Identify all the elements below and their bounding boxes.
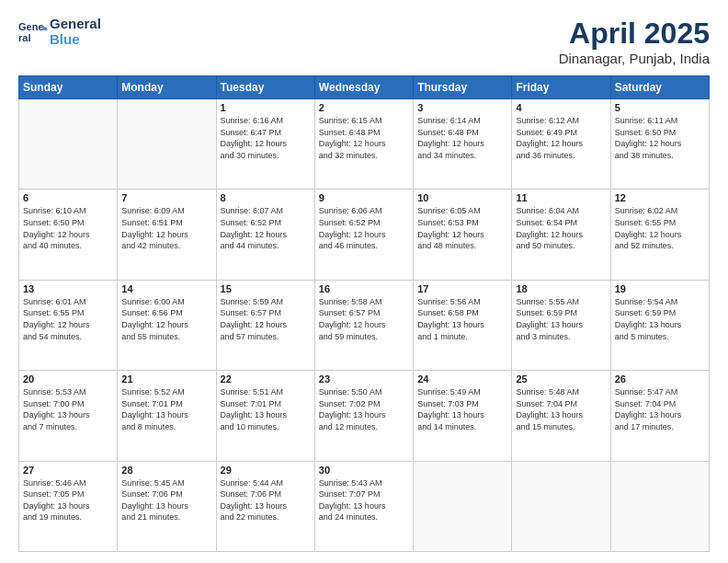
day-number: 3: [417, 102, 507, 113]
header-tuesday: Tuesday: [216, 76, 314, 99]
day-number: 20: [23, 373, 113, 385]
calendar-week-row: 27Sunrise: 5:46 AM Sunset: 7:05 PM Dayli…: [19, 461, 710, 551]
table-row: 8Sunrise: 6:07 AM Sunset: 6:52 PM Daylig…: [216, 190, 314, 280]
day-number: 7: [121, 192, 211, 203]
day-number: 14: [121, 283, 211, 294]
weekday-header-row: Sunday Monday Tuesday Wednesday Thursday…: [19, 76, 710, 99]
day-number: 22: [221, 373, 311, 385]
table-row: 17Sunrise: 5:56 AM Sunset: 6:58 PM Dayli…: [414, 280, 512, 370]
day-info: Sunrise: 6:00 AM Sunset: 6:56 PM Dayligh…: [121, 296, 211, 342]
day-info: Sunrise: 5:59 AM Sunset: 6:57 PM Dayligh…: [221, 296, 311, 342]
table-row: 2Sunrise: 6:15 AM Sunset: 6:48 PM Daylig…: [314, 99, 413, 190]
calendar-week-row: 6Sunrise: 6:10 AM Sunset: 6:50 PM Daylig…: [19, 190, 710, 280]
table-row: 11Sunrise: 6:04 AM Sunset: 6:54 PM Dayli…: [512, 190, 610, 280]
logo-line1: General: [50, 17, 101, 32]
day-info: Sunrise: 6:06 AM Sunset: 6:52 PM Dayligh…: [319, 205, 409, 251]
day-info: Sunrise: 5:43 AM Sunset: 7:07 PM Dayligh…: [319, 477, 409, 523]
table-row: 22Sunrise: 5:51 AM Sunset: 7:01 PM Dayli…: [216, 371, 314, 461]
title-block: April 2025 Dinanagar, Punjab, India: [559, 17, 710, 66]
day-info: Sunrise: 5:51 AM Sunset: 7:01 PM Dayligh…: [221, 386, 311, 432]
calendar-title: April 2025: [559, 17, 710, 51]
day-info: Sunrise: 5:49 AM Sunset: 7:03 PM Dayligh…: [417, 386, 507, 432]
day-info: Sunrise: 6:14 AM Sunset: 6:48 PM Dayligh…: [417, 115, 507, 161]
day-number: 15: [221, 283, 311, 294]
day-info: Sunrise: 5:55 AM Sunset: 6:59 PM Dayligh…: [516, 296, 606, 342]
day-info: Sunrise: 5:50 AM Sunset: 7:02 PM Dayligh…: [319, 386, 409, 432]
day-info: Sunrise: 5:53 AM Sunset: 7:00 PM Dayligh…: [23, 386, 113, 432]
table-row: 25Sunrise: 5:48 AM Sunset: 7:04 PM Dayli…: [512, 371, 610, 461]
table-row: [512, 461, 610, 551]
table-row: 1Sunrise: 6:16 AM Sunset: 6:47 PM Daylig…: [216, 99, 314, 190]
header-thursday: Thursday: [414, 76, 512, 99]
day-number: 24: [417, 373, 507, 385]
table-row: 30Sunrise: 5:43 AM Sunset: 7:07 PM Dayli…: [314, 461, 413, 551]
calendar-subtitle: Dinanagar, Punjab, India: [559, 51, 710, 66]
day-info: Sunrise: 6:11 AM Sunset: 6:50 PM Dayligh…: [615, 115, 705, 161]
svg-text:ral: ral: [18, 32, 30, 43]
day-number: 23: [319, 373, 409, 385]
table-row: 7Sunrise: 6:09 AM Sunset: 6:51 PM Daylig…: [118, 190, 216, 280]
table-row: [414, 461, 512, 551]
calendar-week-row: 20Sunrise: 5:53 AM Sunset: 7:00 PM Dayli…: [19, 371, 710, 461]
day-number: 19: [615, 283, 705, 294]
day-info: Sunrise: 6:16 AM Sunset: 6:47 PM Dayligh…: [221, 115, 311, 161]
day-info: Sunrise: 5:45 AM Sunset: 7:06 PM Dayligh…: [121, 477, 211, 523]
table-row: 4Sunrise: 6:12 AM Sunset: 6:49 PM Daylig…: [512, 99, 610, 190]
day-info: Sunrise: 5:52 AM Sunset: 7:01 PM Dayligh…: [121, 386, 211, 432]
table-row: 19Sunrise: 5:54 AM Sunset: 6:59 PM Dayli…: [610, 280, 709, 370]
header-monday: Monday: [118, 76, 216, 99]
day-info: Sunrise: 6:10 AM Sunset: 6:50 PM Dayligh…: [23, 205, 113, 251]
table-row: 5Sunrise: 6:11 AM Sunset: 6:50 PM Daylig…: [610, 99, 709, 190]
table-row: 10Sunrise: 6:05 AM Sunset: 6:53 PM Dayli…: [414, 190, 512, 280]
table-row: 26Sunrise: 5:47 AM Sunset: 7:04 PM Dayli…: [610, 371, 709, 461]
calendar-table: Sunday Monday Tuesday Wednesday Thursday…: [18, 75, 710, 552]
day-info: Sunrise: 6:02 AM Sunset: 6:55 PM Dayligh…: [615, 205, 705, 251]
day-info: Sunrise: 5:47 AM Sunset: 7:04 PM Dayligh…: [615, 386, 705, 432]
header-saturday: Saturday: [610, 76, 709, 99]
header-sunday: Sunday: [19, 76, 118, 99]
calendar-week-row: 13Sunrise: 6:01 AM Sunset: 6:55 PM Dayli…: [19, 280, 710, 370]
table-row: 16Sunrise: 5:58 AM Sunset: 6:57 PM Dayli…: [314, 280, 413, 370]
table-row: 29Sunrise: 5:44 AM Sunset: 7:06 PM Dayli…: [216, 461, 314, 551]
day-number: 6: [23, 192, 113, 203]
day-info: Sunrise: 6:15 AM Sunset: 6:48 PM Dayligh…: [319, 115, 409, 161]
day-info: Sunrise: 6:05 AM Sunset: 6:53 PM Dayligh…: [417, 205, 507, 251]
header: Gene- ral General Blue April 2025 Dinana…: [18, 17, 710, 66]
table-row: 12Sunrise: 6:02 AM Sunset: 6:55 PM Dayli…: [610, 190, 709, 280]
day-info: Sunrise: 5:44 AM Sunset: 7:06 PM Dayligh…: [221, 477, 311, 523]
day-number: 25: [516, 373, 606, 385]
day-number: 27: [23, 465, 113, 476]
day-number: 30: [319, 465, 409, 476]
day-number: 13: [23, 283, 113, 294]
day-number: 1: [221, 102, 311, 113]
table-row: 28Sunrise: 5:45 AM Sunset: 7:06 PM Dayli…: [118, 461, 216, 551]
header-friday: Friday: [512, 76, 610, 99]
day-info: Sunrise: 5:56 AM Sunset: 6:58 PM Dayligh…: [417, 296, 507, 342]
day-info: Sunrise: 6:07 AM Sunset: 6:52 PM Dayligh…: [221, 205, 311, 251]
day-number: 26: [615, 373, 705, 385]
day-number: 5: [615, 102, 705, 113]
day-number: 18: [516, 283, 606, 294]
page: Gene- ral General Blue April 2025 Dinana…: [0, 0, 728, 563]
day-number: 4: [516, 102, 606, 113]
logo-line2: Blue: [50, 32, 101, 48]
day-number: 28: [121, 465, 211, 476]
table-row: 15Sunrise: 5:59 AM Sunset: 6:57 PM Dayli…: [216, 280, 314, 370]
calendar-week-row: 1Sunrise: 6:16 AM Sunset: 6:47 PM Daylig…: [19, 99, 710, 190]
day-number: 21: [121, 373, 211, 385]
day-number: 9: [319, 192, 409, 203]
day-info: Sunrise: 5:54 AM Sunset: 6:59 PM Dayligh…: [615, 296, 705, 342]
day-number: 11: [516, 192, 606, 203]
day-number: 12: [615, 192, 705, 203]
table-row: [19, 99, 118, 190]
table-row: 23Sunrise: 5:50 AM Sunset: 7:02 PM Dayli…: [314, 371, 413, 461]
day-info: Sunrise: 5:46 AM Sunset: 7:05 PM Dayligh…: [23, 477, 113, 523]
table-row: 20Sunrise: 5:53 AM Sunset: 7:00 PM Dayli…: [19, 371, 118, 461]
day-info: Sunrise: 6:04 AM Sunset: 6:54 PM Dayligh…: [516, 205, 606, 251]
table-row: 6Sunrise: 6:10 AM Sunset: 6:50 PM Daylig…: [19, 190, 118, 280]
day-info: Sunrise: 5:48 AM Sunset: 7:04 PM Dayligh…: [516, 386, 606, 432]
table-row: 24Sunrise: 5:49 AM Sunset: 7:03 PM Dayli…: [414, 371, 512, 461]
table-row: 13Sunrise: 6:01 AM Sunset: 6:55 PM Dayli…: [19, 280, 118, 370]
day-number: 29: [221, 465, 311, 476]
day-info: Sunrise: 6:01 AM Sunset: 6:55 PM Dayligh…: [23, 296, 113, 342]
